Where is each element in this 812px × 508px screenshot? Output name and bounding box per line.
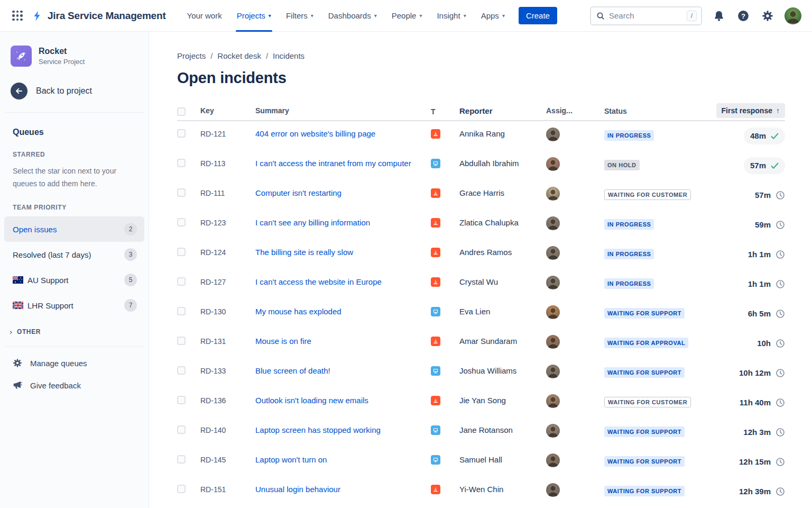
- row-checkbox[interactable]: [177, 129, 186, 138]
- row-checkbox[interactable]: [177, 277, 186, 286]
- notifications-bell-icon[interactable]: [712, 8, 726, 23]
- incident-row-rd-113: RD-113I can't access the intranet from m…: [177, 151, 785, 180]
- status-badge: WAITING FOR SUPPORT: [604, 367, 685, 378]
- queue-item-resolved-last-7-days[interactable]: Resolved (last 7 days)3: [4, 242, 144, 267]
- jira-logo[interactable]: Jira Service Management: [32, 10, 166, 22]
- row-checkbox[interactable]: [177, 485, 186, 493]
- row-checkbox[interactable]: [177, 188, 186, 197]
- header-type[interactable]: T: [431, 106, 459, 116]
- assignee-avatar[interactable]: [546, 216, 560, 230]
- assignee-avatar[interactable]: [546, 453, 560, 467]
- header-status[interactable]: Status: [604, 106, 704, 115]
- create-button[interactable]: Create: [519, 7, 557, 24]
- nav-item-people[interactable]: People▾: [384, 0, 430, 32]
- row-checkbox[interactable]: [177, 159, 186, 167]
- breadcrumb-rocket-desk[interactable]: Rocket desk: [217, 51, 261, 60]
- issue-summary-cell: My mouse has exploded: [255, 305, 431, 318]
- assignee-avatar[interactable]: [546, 128, 560, 141]
- issue-summary-link[interactable]: Blue screen of death!: [255, 366, 330, 375]
- issue-summary-link[interactable]: Laptop screen has stopped working: [255, 425, 381, 434]
- assignee-avatar[interactable]: [546, 246, 560, 260]
- issue-summary-link[interactable]: Mouse is on fire: [255, 337, 311, 346]
- chevron-down-icon: ▾: [374, 13, 377, 19]
- give-feedback-button[interactable]: Give feedback: [0, 374, 149, 396]
- row-checkbox[interactable]: [177, 218, 186, 226]
- help-icon[interactable]: ?: [736, 8, 751, 23]
- row-checkbox[interactable]: [177, 366, 186, 375]
- assignee-cell: [546, 453, 604, 467]
- row-checkbox-cell: [177, 187, 200, 197]
- queue-item-au-support[interactable]: AU Support5: [4, 267, 144, 293]
- first-response-time: 12h 15m: [739, 456, 771, 468]
- incident-type-icon: [431, 129, 440, 139]
- first-response-cell: 11h 40m: [704, 394, 785, 411]
- nav-item-your-work[interactable]: Your work: [180, 0, 229, 32]
- row-checkbox[interactable]: [177, 337, 186, 345]
- back-to-project-button[interactable]: Back to project: [11, 83, 138, 99]
- queue-item-label: Resolved (last 7 days): [13, 250, 124, 259]
- settings-gear-icon[interactable]: [760, 8, 775, 23]
- assignee-avatar[interactable]: [546, 394, 560, 408]
- row-checkbox[interactable]: [177, 307, 186, 315]
- issue-summary-link[interactable]: Laptop won't turn on: [255, 455, 327, 464]
- page-title: Open incidents: [177, 69, 785, 87]
- assignee-avatar[interactable]: [546, 305, 560, 319]
- it-help-type-icon: [431, 366, 440, 376]
- assignee-avatar[interactable]: [546, 365, 560, 378]
- nav-item-projects[interactable]: Projects▾: [229, 0, 279, 32]
- issue-summary-link[interactable]: 404 error on website's billing page: [255, 129, 375, 138]
- row-checkbox[interactable]: [177, 248, 186, 256]
- breadcrumb-projects[interactable]: Projects: [177, 51, 206, 60]
- manage-queues-button[interactable]: Manage queues: [0, 352, 149, 374]
- status-cell: WAITING FOR APPROVAL: [604, 335, 704, 349]
- starred-hint: Select the star icon next to your queues…: [13, 165, 136, 190]
- assignee-avatar[interactable]: [546, 483, 560, 497]
- header-assignee[interactable]: Assig...: [546, 106, 604, 115]
- status-badge: ON HOLD: [604, 160, 640, 170]
- row-checkbox[interactable]: [177, 455, 186, 464]
- issue-summary-link[interactable]: I can't access the intranet from my comp…: [255, 159, 411, 168]
- queue-item-lhr-support[interactable]: LHR Support7: [4, 293, 144, 318]
- assignee-avatar[interactable]: [546, 335, 560, 349]
- header-summary[interactable]: Summary: [255, 106, 431, 115]
- assignee-avatar[interactable]: [546, 187, 560, 201]
- issue-summary-link[interactable]: Computer isn't restarting: [255, 188, 342, 197]
- queue-item-open-issues[interactable]: Open issues2: [4, 216, 144, 242]
- issue-type-cell: [431, 187, 459, 198]
- search-input[interactable]: [609, 11, 682, 20]
- header-key[interactable]: Key: [200, 106, 255, 115]
- issue-summary-link[interactable]: I can't see any billing information: [255, 218, 370, 227]
- nav-item-insight[interactable]: Insight▾: [429, 0, 473, 32]
- issue-summary-link[interactable]: Unusual login behaviour: [255, 485, 340, 494]
- issue-type-cell: [431, 216, 459, 228]
- row-checkbox[interactable]: [177, 425, 186, 434]
- assignee-avatar[interactable]: [546, 157, 560, 171]
- row-checkbox[interactable]: [177, 396, 186, 404]
- user-avatar[interactable]: [785, 7, 801, 24]
- incident-type-icon: [431, 485, 440, 494]
- nav-item-dashboards[interactable]: Dashboards▾: [321, 0, 384, 32]
- breadcrumb-incidents[interactable]: Incidents: [273, 51, 304, 60]
- nav-item-filters[interactable]: Filters▾: [279, 0, 321, 32]
- it-help-type-icon: [431, 425, 440, 435]
- header-first-response-sort[interactable]: First response ↑: [716, 103, 785, 118]
- issue-summary-link[interactable]: My mouse has exploded: [255, 307, 342, 316]
- issue-summary-link[interactable]: I can't access the website in Europe: [255, 277, 382, 286]
- app-switcher-icon[interactable]: [11, 9, 24, 23]
- select-all-checkbox[interactable]: [177, 107, 186, 116]
- sla-pending: 12h 3m: [743, 424, 785, 441]
- assignee-cell: [546, 187, 604, 201]
- queue-count-badge: 5: [124, 274, 137, 286]
- issue-summary-cell: Laptop screen has stopped working: [255, 424, 431, 437]
- issue-summary-link[interactable]: Outlook isn't loading new emails: [255, 396, 368, 405]
- other-section-toggle[interactable]: › OTHER: [10, 328, 149, 335]
- sla-pending: 12h 15m: [739, 453, 785, 470]
- header-reporter[interactable]: Reporter: [459, 106, 546, 115]
- assignee-avatar[interactable]: [546, 424, 560, 438]
- first-response-time: 11h 40m: [740, 396, 771, 409]
- assignee-avatar[interactable]: [546, 276, 560, 289]
- search-box[interactable]: /: [590, 6, 702, 25]
- nav-item-apps[interactable]: Apps▾: [474, 0, 512, 32]
- sla-pending: 11h 40m: [740, 394, 785, 411]
- issue-summary-link[interactable]: The billing site is really slow: [255, 248, 353, 257]
